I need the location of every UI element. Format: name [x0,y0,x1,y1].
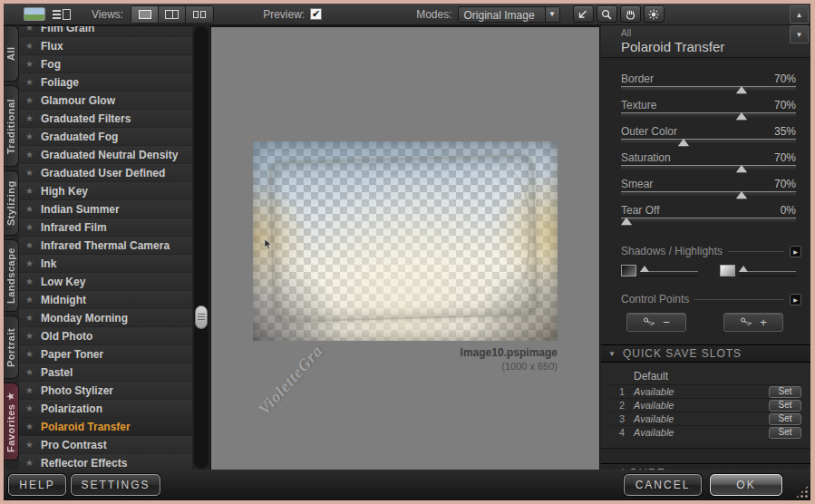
filter-item[interactable]: ★Foliage [19,73,192,92]
filter-next-button[interactable]: ▼ [790,25,809,44]
star-icon: ★ [25,204,34,214]
filter-item[interactable]: ★Pro Contrast [19,436,192,454]
filter-prev-button[interactable]: ▲ [790,5,809,24]
filter-item-label: Film Grain [41,25,94,34]
modes-dropdown[interactable]: Original Image ▼ [458,6,560,23]
preview-canvas[interactable]: Image10.pspimage (1000 x 650) VioletteGr… [210,25,600,470]
filter-item[interactable]: ★Graduated Filters [19,110,192,128]
filter-item[interactable]: ★Reflector Effects [19,454,192,470]
slider-row: Border70% [621,71,796,86]
list-layout-icon[interactable] [53,7,72,21]
background-color-tool-button[interactable] [644,5,665,23]
filter-item[interactable]: ★Glamour Glow [19,92,192,110]
slider-thumb[interactable] [736,112,747,120]
slot-set-button[interactable]: Set [769,427,801,439]
shadows-slider[interactable] [621,265,698,276]
filter-item[interactable]: ★Paper Toner [19,345,192,363]
filter-item[interactable]: ★Photo Stylizer [19,382,192,400]
modes-group: Modes: Original Image ▼ [416,6,559,23]
tab-portrait[interactable]: Portrait [4,315,19,379]
settings-panel: All Polaroid Transfer Border70%Texture70… [601,25,810,470]
slider-label: Saturation [621,151,671,164]
slider-track[interactable] [621,86,796,96]
highlights-slider[interactable] [720,265,797,276]
side-by-side-view-button[interactable] [186,6,213,23]
tab-traditional[interactable]: Traditional [4,85,19,167]
filter-item[interactable]: ★Infrared Film [19,218,192,237]
filter-item[interactable]: ★Monday Morning [19,309,192,327]
slider-value: 70% [774,73,796,85]
slot-set-button[interactable]: Set [769,413,801,425]
quick-save-slots-header[interactable]: ▼ QUICK SAVE SLOTS [601,344,810,363]
thumbnail-view-icon[interactable] [24,7,45,21]
shadows-slider-track[interactable] [640,266,698,276]
filter-item[interactable]: ★Indian Summer [19,200,192,218]
star-icon: ★ [25,422,34,431]
toolbar: Views: Preview: ✔ Modes: Original Image … [4,4,810,25]
ok-button[interactable]: OK [710,474,782,496]
filter-item[interactable]: ★Fog [19,55,192,73]
slot-set-button[interactable]: Set [769,400,801,412]
tab-landscape-label: Landscape [5,247,16,304]
single-view-button[interactable] [131,6,159,23]
default-slot[interactable]: Default [610,370,801,384]
slider-track[interactable] [621,191,796,201]
slot-set-button[interactable]: Set [769,386,801,398]
slider-thumb[interactable] [736,191,747,199]
cancel-button[interactable]: CANCEL [624,474,702,496]
scrollbar-thumb[interactable] [195,305,208,329]
filter-item[interactable]: ★Old Photo [19,327,192,345]
filter-item[interactable]: ★Graduated Neutral Density [19,146,192,164]
save-slot-row: 4AvailableSet [610,425,801,439]
loupe-header[interactable]: ▶ LOUPE [601,463,810,470]
tab-favorites[interactable]: Favorites★ [4,383,19,460]
filter-item[interactable]: ★Pastel [19,363,192,382]
slider-value: 70% [774,178,796,190]
slider-track[interactable] [621,218,796,228]
settings-button[interactable]: SETTINGS [71,474,160,496]
slider-track[interactable] [621,165,796,175]
category-tab-strip: All Traditional Stylizing Landscape Port… [4,25,19,470]
tab-all[interactable]: All [4,25,19,82]
remove-control-point-button[interactable]: − [626,313,686,332]
filter-item[interactable]: ★Graduated User Defined [19,164,192,182]
tab-landscape[interactable]: Landscape [4,239,19,312]
pan-tool-button[interactable] [620,5,641,23]
select-tool-button[interactable] [573,5,594,23]
highlights-slider-track[interactable] [739,266,797,276]
slider-thumb[interactable] [678,139,689,146]
slider-track[interactable] [621,139,796,149]
slot-number: 1 [610,386,634,397]
filter-item-label: Fog [41,58,61,71]
filter-item[interactable]: ★Ink [19,255,192,273]
filter-item[interactable]: ★High Key [19,182,192,200]
slider-thumb[interactable] [736,86,747,93]
tab-stylizing[interactable]: Stylizing [4,170,19,236]
help-button[interactable]: HELP [8,474,66,496]
filter-item[interactable]: ★Graduated Fog [19,128,192,146]
split-view-button[interactable] [159,6,186,23]
shadows-highlights-expand-button[interactable]: ▶ [790,246,801,257]
quick-save-slots-body: Default 1AvailableSet2AvailableSet3Avail… [601,363,810,449]
filter-item[interactable]: ★Flux [19,37,192,55]
scrollbar-track[interactable] [194,26,209,469]
highlights-slider-thumb[interactable] [739,266,748,272]
filter-list-scrollbar[interactable] [192,25,210,470]
filter-item[interactable]: ★Midnight [19,291,192,309]
add-control-point-button[interactable]: + [723,313,783,332]
slider-track[interactable] [621,112,796,122]
filter-item[interactable]: ★Film Grain [19,25,192,37]
filter-item[interactable]: ★Infrared Thermal Camera [19,237,192,255]
zoom-tool-button[interactable] [597,5,617,23]
preview-checkbox[interactable]: ✔ [310,8,322,20]
filter-item[interactable]: ★Polarization [19,400,192,418]
shadows-slider-thumb[interactable] [640,266,649,272]
slider-thumb[interactable] [621,218,632,225]
slider-smear: Smear70% [621,176,796,202]
control-points-expand-button[interactable]: ▶ [790,294,801,305]
filter-item[interactable]: ★Polaroid Transfer [19,418,192,436]
slot-status: Available [634,427,769,438]
slider-thumb[interactable] [736,165,747,172]
preview-image[interactable] [253,141,558,341]
filter-item[interactable]: ★Low Key [19,273,192,291]
